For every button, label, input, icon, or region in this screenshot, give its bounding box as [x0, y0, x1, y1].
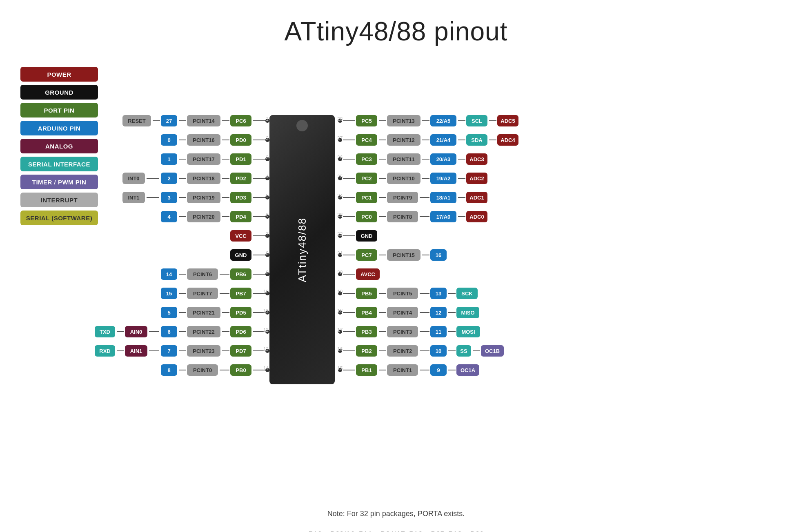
- pin-num-25: 25: [337, 174, 343, 180]
- pin18-pb4: PB4: [356, 307, 377, 318]
- pin-num-21: 21: [337, 250, 343, 256]
- legend-interrupt: INTERRUPT: [20, 193, 98, 207]
- pin12-txd: TXD: [95, 326, 115, 337]
- pin-num-28: 28: [337, 116, 343, 122]
- pin14-pcint: PCINT0: [187, 364, 218, 376]
- pin-num-18: 18: [337, 308, 343, 314]
- pin5-arduino: 3: [161, 192, 177, 203]
- pin9-pcint: PCINT6: [187, 268, 218, 280]
- pin10-pcint: PCINT7: [187, 288, 218, 299]
- pin23-pcint8: PCINT8: [387, 211, 418, 222]
- pin27-pc4: PC4: [356, 134, 377, 146]
- pin2-port: PD0: [230, 134, 251, 146]
- pin-num-8: 8: [261, 250, 269, 256]
- pin-num-22: 22: [337, 231, 343, 237]
- pin19-13: 13: [430, 288, 447, 299]
- pin28-pc5: PC5: [356, 115, 377, 126]
- pin25-pc2: PC2: [356, 173, 377, 184]
- pin23-adc0: ADC0: [466, 211, 487, 222]
- pin-num-27: 27: [337, 135, 343, 141]
- pin15-oc1a: OC1A: [456, 364, 479, 376]
- pin21-pcint15: PCINT15: [387, 249, 420, 261]
- pin9-arduino: 14: [161, 268, 177, 280]
- pin-num-16: 16: [337, 346, 343, 352]
- pin6-port: PD4: [230, 211, 251, 222]
- pin23-17a0: 17/A0: [430, 211, 456, 222]
- pin-num-19: 19: [337, 289, 343, 295]
- pin6-pcint: PCINT20: [187, 211, 220, 222]
- legend-analog: ANALOG: [20, 139, 98, 153]
- pin-num-2: 2: [261, 135, 269, 141]
- pin25-19a2: 19/A2: [430, 173, 456, 184]
- pin16-oc1b: OC1B: [481, 345, 504, 357]
- pin19-pb5: PB5: [356, 288, 377, 299]
- ic-chip: ATtiny48/88: [269, 115, 335, 384]
- pin-num-5: 5: [261, 193, 269, 199]
- pin-num-13: 13: [259, 346, 269, 352]
- pin-num-26: 26: [337, 155, 343, 160]
- pin16-ss: SS: [456, 345, 471, 357]
- pin3-pcint: PCINT17: [187, 153, 220, 165]
- pin-num-3: 3: [261, 155, 269, 160]
- pin4-arduino: 2: [161, 173, 177, 184]
- pin7-vcc: VCC: [230, 230, 251, 242]
- pin18-miso: MISO: [456, 307, 479, 318]
- pin17-11: 11: [430, 326, 447, 337]
- ic-label: ATtiny48/88: [296, 217, 309, 282]
- legend-serial-interface: SERIAL INTERFACE: [20, 157, 98, 171]
- pin-num-14: 14: [259, 366, 269, 371]
- pin25-pcint10: PCINT10: [387, 173, 420, 184]
- pin2-pcint: PCINT16: [187, 134, 220, 146]
- pin19-pcint5: PCINT5: [387, 288, 418, 299]
- pin16-pb2: PB2: [356, 345, 377, 357]
- pin12-port: PD6: [230, 326, 251, 337]
- pin15-9: 9: [430, 364, 447, 376]
- pin-num-7: 7: [261, 231, 269, 237]
- pin25-adc2: ADC2: [466, 173, 487, 184]
- pin27-adc4: ADC4: [497, 134, 518, 146]
- pin17-mosi: MOSI: [456, 326, 480, 337]
- pin10-port: PB7: [230, 288, 251, 299]
- pin4-pcint: PCINT18: [187, 173, 220, 184]
- legend-power: POWER: [20, 67, 98, 82]
- pin-num-9: 9: [261, 270, 269, 275]
- pin13-ain1: AIN1: [125, 345, 147, 357]
- pin15-pb1: PB1: [356, 364, 377, 376]
- pin28-22a5: 22/A5: [430, 115, 456, 126]
- pin12-ain0: AIN0: [125, 326, 147, 337]
- pin-num-4: 4: [261, 174, 269, 180]
- pin10-arduino: 15: [161, 288, 177, 299]
- pin28-pcint13: PCINT13: [387, 115, 420, 126]
- pin28-adc5: ADC5: [497, 115, 518, 126]
- pin23-pc0: PC0: [356, 211, 377, 222]
- pin21-pc7: PC7: [356, 249, 377, 261]
- note-line1: Note: For 32 pin packages, PORTA exists.: [327, 508, 465, 520]
- pin24-adc1: ADC1: [466, 192, 487, 203]
- legend-arduino-pin: ARDUINO PIN: [20, 121, 98, 135]
- pin-num-1: 1: [261, 116, 269, 122]
- pin-num-24: 24: [337, 193, 343, 199]
- legend-timer-pwm: TIMER / PWM PIN: [20, 175, 98, 189]
- legend-ground: GROUND: [20, 85, 98, 100]
- pin28-scl: SCL: [466, 115, 487, 126]
- pin4-int0: INT0: [122, 173, 145, 184]
- pin27-pcint12: PCINT12: [387, 134, 420, 146]
- pin13-pcint: PCINT23: [187, 345, 220, 357]
- pin-num-23: 23: [337, 212, 343, 218]
- pin6-arduino: 4: [161, 211, 177, 222]
- pin-num-20: 20: [337, 270, 343, 275]
- pin-num-10: 10: [259, 289, 269, 295]
- pin13-arduino: 7: [161, 345, 177, 357]
- pin8-gnd: GND: [230, 249, 251, 261]
- pin13-rxd: RXD: [95, 345, 115, 357]
- pin5-pcint: PCINT19: [187, 192, 220, 203]
- pin15-pcint1: PCINT1: [387, 364, 418, 376]
- pin26-adc3: ADC3: [466, 153, 487, 165]
- pin11-port: PD5: [230, 307, 251, 318]
- pin-num-12: 12: [259, 327, 269, 333]
- pin-num-11: 11: [259, 308, 269, 314]
- pin5-int1: INT1: [122, 192, 145, 203]
- pin12-pcint: PCINT22: [187, 326, 220, 337]
- pinout-diagram: POWER GROUND PORT PIN ARDUINO PIN ANALOG…: [8, 55, 784, 503]
- pin3-arduino: 1: [161, 153, 177, 165]
